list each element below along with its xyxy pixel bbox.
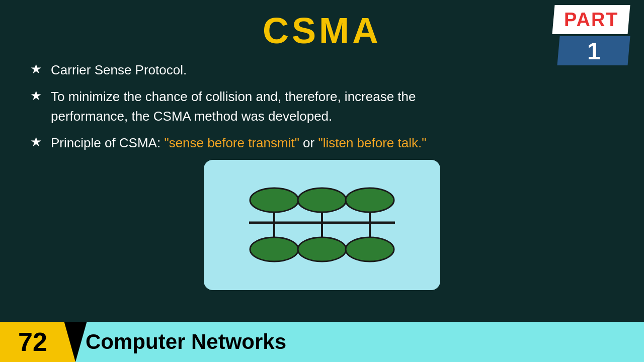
svg-point-8 — [298, 188, 346, 212]
part-badge: PART 1 — [553, 5, 634, 65]
bullet-text-3: Principle of CSMA: "sense before transmi… — [51, 133, 426, 153]
network-diagram — [224, 170, 420, 276]
svg-point-9 — [346, 188, 394, 212]
diagram-container — [30, 160, 614, 290]
bullet-text-1: Carrier Sense Protocol. — [51, 60, 187, 80]
bottom-bar: 72 Computer Networks — [0, 322, 644, 362]
svg-point-12 — [346, 237, 394, 261]
star-icon: ★ — [30, 134, 42, 150]
star-icon: ★ — [30, 61, 42, 77]
course-title-bar: Computer Networks — [75, 322, 644, 362]
list-item: ★ Principle of CSMA: "sense before trans… — [30, 133, 614, 153]
star-icon: ★ — [30, 88, 42, 104]
course-title: Computer Networks — [86, 330, 286, 354]
svg-point-10 — [250, 237, 298, 261]
diagram-box — [204, 160, 440, 290]
highlight-listen: "listen before talk." — [318, 135, 426, 150]
bullet-list: ★ Carrier Sense Protocol. ★ To minimize … — [30, 60, 614, 153]
page-title: CSMA — [30, 10, 614, 51]
highlight-sense: "sense before transmit" — [164, 135, 299, 150]
episode-number: 72 — [18, 327, 47, 357]
part-label-box: PART — [552, 5, 630, 34]
part-label: PART — [564, 9, 619, 31]
list-item: ★ Carrier Sense Protocol. — [30, 60, 614, 80]
svg-point-7 — [250, 188, 298, 212]
svg-point-11 — [298, 237, 346, 261]
part-number: 1 — [587, 37, 601, 65]
episode-number-badge: 72 — [0, 322, 75, 362]
main-container: CSMA PART 1 ★ Carrier Sense Protocol. ★ … — [0, 0, 644, 362]
part-number-box: 1 — [557, 36, 630, 65]
list-item: ★ To minimize the chance of collision an… — [30, 87, 614, 126]
bullet-text-2: To minimize the chance of collision and,… — [51, 87, 416, 126]
